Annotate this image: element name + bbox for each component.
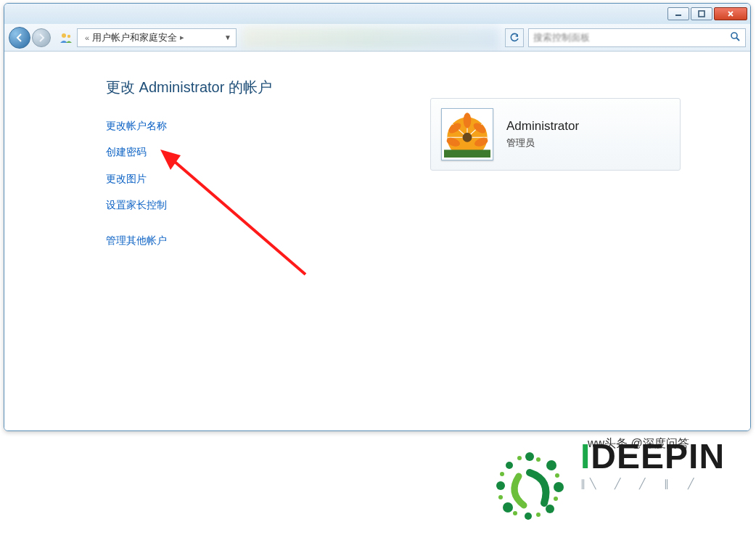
search-placeholder: 搜索控制面板	[533, 31, 590, 44]
svg-point-29	[500, 472, 504, 476]
account-name: Administrator	[506, 119, 579, 134]
watermark-subline: ∥╲╱╱∥╱	[580, 478, 725, 489]
svg-point-20	[503, 502, 513, 513]
forward-button[interactable]	[32, 28, 51, 47]
search-input[interactable]: 搜索控制面板	[528, 28, 746, 47]
user-accounts-icon	[58, 30, 74, 46]
svg-point-25	[554, 497, 558, 501]
search-icon	[729, 30, 741, 44]
svg-point-19	[525, 513, 532, 520]
link-change-picture[interactable]: 更改图片	[106, 171, 750, 187]
refresh-button[interactable]	[505, 28, 524, 47]
breadcrumb-prefix: «	[82, 33, 92, 42]
svg-rect-0	[699, 11, 704, 17]
link-manage-others[interactable]: 管理其他帐户	[106, 232, 750, 248]
nav-blur-region	[242, 27, 499, 49]
watermark-swirl-icon	[486, 444, 573, 531]
account-role: 管理员	[506, 136, 579, 150]
watermark-credit: ww头条 @深度问答	[588, 436, 755, 452]
svg-point-23	[536, 457, 541, 462]
svg-rect-14	[444, 150, 490, 158]
svg-point-22	[506, 462, 513, 469]
watermark: IDEEPIN ∥╲╱╱∥╱ ww头条 @深度问答	[486, 423, 755, 539]
svg-point-26	[536, 513, 541, 517]
breadcrumb-text: 用户帐户和家庭安全	[92, 31, 177, 44]
svg-point-16	[546, 460, 556, 470]
breadcrumb-dropdown-icon[interactable]: ▼	[220, 33, 231, 41]
svg-point-15	[525, 452, 534, 461]
svg-point-28	[498, 495, 503, 499]
svg-point-21	[496, 481, 505, 490]
close-button[interactable]	[714, 7, 747, 20]
content-area: 更改 Administrator 的帐户 更改帐户名称 创建密码 更改图片 设置…	[4, 52, 750, 430]
svg-point-17	[554, 482, 564, 492]
breadcrumb[interactable]: « 用户帐户和家庭安全 ▸ ▼	[77, 28, 237, 47]
svg-point-8	[464, 113, 472, 128]
svg-point-27	[513, 511, 517, 515]
page-title: 更改 Administrator 的帐户	[106, 78, 750, 97]
svg-point-1	[62, 33, 66, 38]
svg-point-30	[517, 456, 522, 460]
svg-point-3	[731, 33, 737, 38]
avatar	[441, 108, 493, 160]
svg-point-18	[546, 505, 554, 513]
avatar-image-icon	[444, 111, 490, 158]
title-bar	[4, 4, 750, 24]
back-button[interactable]	[9, 27, 30, 49]
account-card[interactable]: Administrator 管理员	[430, 98, 681, 171]
svg-point-2	[67, 34, 70, 37]
link-parental-controls[interactable]: 设置家长控制	[106, 197, 750, 213]
account-info: Administrator 管理员	[506, 119, 579, 150]
nav-bar: « 用户帐户和家庭安全 ▸ ▼ 搜索控制面板	[4, 24, 750, 52]
explorer-window: « 用户帐户和家庭安全 ▸ ▼ 搜索控制面板 更改 Administrator …	[4, 3, 751, 431]
watermark-brand: IDEEPIN	[580, 437, 725, 475]
minimize-button[interactable]	[667, 7, 689, 20]
svg-point-13	[463, 133, 472, 142]
maximize-button[interactable]	[691, 7, 712, 20]
breadcrumb-chevron-icon: ▸	[177, 33, 187, 42]
svg-point-24	[555, 473, 559, 478]
